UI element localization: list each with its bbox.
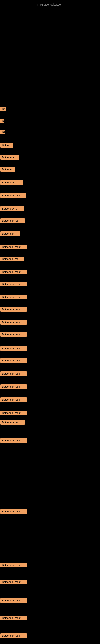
bottleneck-result-item[interactable]: B4 [0,107,6,111]
bottleneck-result-item[interactable]: Bottlenec [0,167,15,172]
bottleneck-result-item[interactable]: Bottleneck n [0,155,19,160]
bottleneck-result-item[interactable]: Bottleneck result [0,307,27,312]
site-title: TheBottlenecker.com [0,1,100,8]
bottleneck-result-item[interactable]: Bottleneck result [0,410,27,415]
bottleneck-result-item[interactable]: Bottleneck result [0,282,27,286]
bottleneck-result-item[interactable]: Bottleneck result [0,270,27,274]
bottleneck-result-item[interactable]: Bottleneck result [0,633,27,638]
bottleneck-result-item[interactable]: B4 [0,130,5,134]
bottleneck-result-item[interactable]: Bottleneck result [0,346,27,351]
bottleneck-result-item[interactable]: Bottleneck result [0,598,27,603]
bottleneck-result-item[interactable]: Bottleneck res [0,256,24,261]
bottleneck-result-item[interactable]: Bottleneck result [0,616,27,620]
bottleneck-result-item[interactable]: B [0,119,4,123]
bottleneck-result-item[interactable]: Bottleneck result [0,295,27,300]
bottleneck-result-item[interactable]: Bottleneck result [0,371,27,376]
bottleneck-result-item[interactable]: Bottleneck res [0,218,25,223]
bottleneck-result-item[interactable]: Bottleneck result [0,438,27,443]
bottleneck-result-item[interactable]: Bottleneck result [0,509,27,514]
bottleneck-result-item[interactable]: Bottleneck result [0,398,27,402]
bottleneck-result-item[interactable]: Bottleneck result [0,332,27,337]
bottleneck-result-item[interactable]: Bottleneck ra [0,206,24,211]
bottleneck-result-item[interactable]: Bottleneck res [0,420,25,425]
bottleneck-result-item[interactable]: Bottleneck result [0,244,27,249]
bottleneck-result-item[interactable]: Bottleneck result [0,358,27,363]
bottleneck-result-item[interactable]: Bottleneck re [0,180,23,185]
bottleneck-result-item[interactable]: Bottleneck result [0,320,27,324]
bottleneck-result-item[interactable]: Bottleneck result [0,580,27,584]
bottleneck-result-item[interactable]: Bottlen [0,143,13,148]
bottleneck-result-item[interactable]: Bottleneck result [0,563,27,567]
bottleneck-result-item[interactable]: Bottleneck result [0,384,27,389]
bottleneck-result-item[interactable]: Bottleneck [0,232,20,236]
bottleneck-result-item[interactable]: Bottleneck result [0,193,26,198]
